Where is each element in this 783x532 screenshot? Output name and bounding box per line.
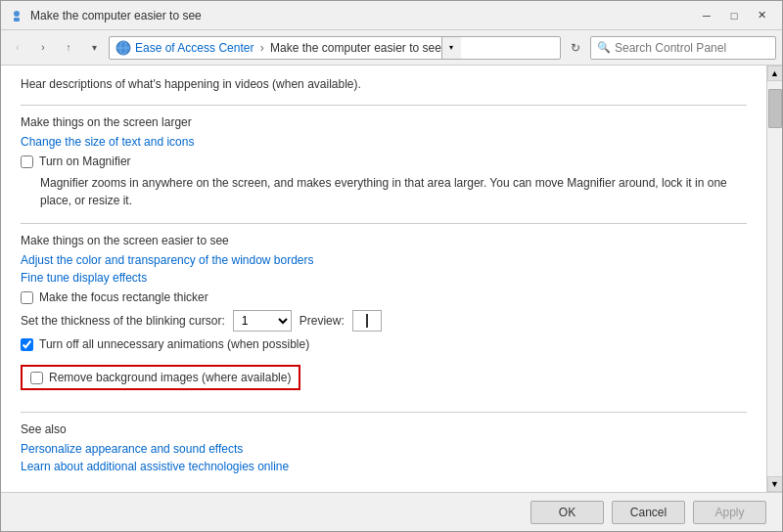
magnifier-checkbox[interactable] — [21, 155, 33, 168]
see-also-title: See also — [21, 422, 747, 436]
magnifier-checkbox-row: Turn on Magnifier — [21, 155, 747, 168]
cursor-preview-indicator — [366, 314, 368, 328]
scroll-track[interactable] — [767, 81, 783, 476]
breadcrumb-ease-of-access[interactable]: Ease of Access Center — [135, 41, 253, 55]
remove-background-label[interactable]: Remove background images (where availabl… — [49, 371, 291, 384]
scroll-down-button[interactable]: ▼ — [767, 476, 783, 492]
cursor-preview-box — [352, 310, 382, 332]
globe-icon — [115, 40, 131, 56]
assistive-technologies-link[interactable]: Learn about additional assistive technol… — [21, 460, 747, 473]
svg-rect-1 — [14, 18, 20, 22]
search-input[interactable] — [615, 41, 769, 55]
preview-label: Preview: — [299, 314, 345, 328]
address-dropdown-button[interactable]: ▾ — [441, 36, 461, 60]
magnifier-label[interactable]: Turn on Magnifier — [39, 155, 131, 168]
breadcrumb: Ease of Access Center › Make the compute… — [135, 41, 441, 55]
breadcrumb-current: Make the computer easier to see — [270, 41, 441, 55]
up-button[interactable]: ↑ — [58, 37, 79, 59]
scroll-up-button[interactable]: ▲ — [767, 66, 783, 81]
close-button[interactable]: ✕ — [749, 6, 774, 25]
search-box: 🔍 — [590, 36, 776, 60]
minimize-button[interactable]: ─ — [694, 6, 719, 25]
maximize-button[interactable]: □ — [721, 6, 747, 25]
remove-background-checkbox-row: Remove background images (where availabl… — [30, 371, 291, 384]
title-bar-buttons: ─ □ ✕ — [694, 6, 774, 25]
search-icon: 🔍 — [597, 41, 611, 54]
svg-point-0 — [14, 11, 20, 17]
forward-button[interactable]: › — [32, 37, 54, 59]
nav-bar: ‹ › ↑ ▾ Ease of Access Center › Make the… — [1, 30, 782, 66]
adjust-color-link[interactable]: Adjust the color and transparency of the… — [21, 253, 747, 267]
cursor-thickness-label: Set the thickness of the blinking cursor… — [21, 314, 225, 328]
title-bar: Make the computer easier to see ─ □ ✕ — [1, 1, 782, 30]
change-text-size-link[interactable]: Change the size of text and icons — [21, 135, 747, 149]
refresh-button[interactable]: ↻ — [565, 36, 586, 60]
magnifier-description: Magnifier zooms in anywhere on the scree… — [40, 174, 747, 209]
ok-button[interactable]: OK — [530, 501, 604, 524]
focus-rectangle-checkbox-row: Make the focus rectangle thicker — [21, 290, 747, 304]
apply-button[interactable]: Apply — [693, 501, 766, 524]
section-easier-title: Make things on the screen easier to see — [21, 234, 747, 247]
section-larger-title: Make things on the screen larger — [21, 115, 747, 129]
window-title: Make the computer easier to see — [30, 9, 694, 22]
remove-background-checkbox[interactable] — [30, 372, 43, 384]
main-area: Hear descriptions of what's happening in… — [1, 66, 782, 492]
remove-background-highlight: Remove background images (where availabl… — [21, 365, 300, 390]
see-also-section: See also Personalize appearance and soun… — [21, 422, 747, 473]
scroll-thumb[interactable] — [768, 89, 782, 128]
back-button[interactable]: ‹ — [7, 37, 28, 59]
address-bar: Ease of Access Center › Make the compute… — [109, 36, 561, 60]
section-larger: Make things on the screen larger Change … — [21, 115, 747, 209]
focus-rectangle-label[interactable]: Make the focus rectangle thicker — [39, 290, 208, 304]
animations-label[interactable]: Turn off all unnecessary animations (whe… — [39, 337, 309, 351]
content-area: Hear descriptions of what's happening in… — [1, 66, 766, 492]
animations-checkbox[interactable] — [21, 338, 33, 351]
cursor-thickness-row: Set the thickness of the blinking cursor… — [21, 310, 747, 332]
personalize-link[interactable]: Personalize appearance and sound effects — [21, 442, 747, 456]
top-description: Hear descriptions of what's happening in… — [21, 77, 747, 91]
footer: OK Cancel Apply — [1, 492, 782, 531]
focus-rectangle-checkbox[interactable] — [21, 291, 33, 304]
scrollbar[interactable]: ▲ ▼ — [766, 66, 782, 492]
recent-button[interactable]: ▾ — [83, 37, 105, 59]
cursor-thickness-dropdown[interactable]: 1 2 3 4 5 — [233, 310, 292, 332]
cancel-button[interactable]: Cancel — [612, 501, 685, 524]
animations-checkbox-row: Turn off all unnecessary animations (whe… — [21, 337, 747, 351]
section-easier: Make things on the screen easier to see … — [21, 234, 747, 398]
fine-tune-link[interactable]: Fine tune display effects — [21, 271, 747, 285]
window-icon — [9, 8, 24, 23]
